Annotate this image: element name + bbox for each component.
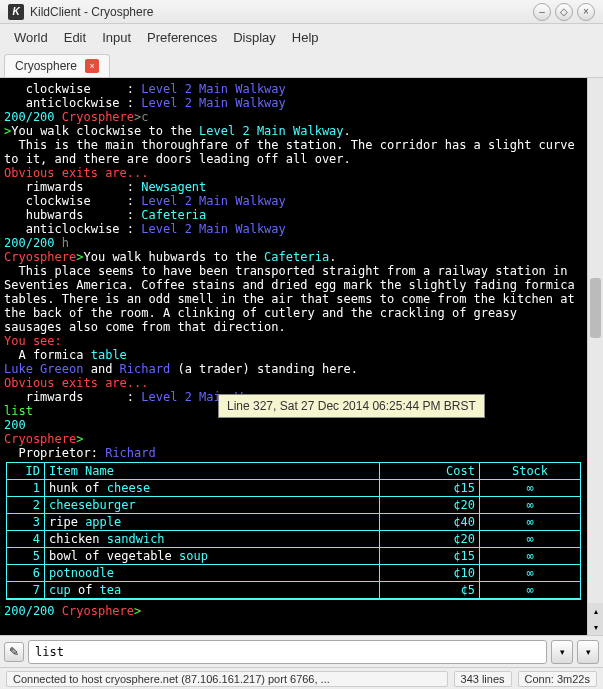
cell-cost: ¢15 bbox=[380, 548, 480, 565]
menu-edit[interactable]: Edit bbox=[56, 27, 94, 48]
terminal-output[interactable]: clockwise : Level 2 Main Walkway anticlo… bbox=[0, 78, 587, 635]
cell-id: 7 bbox=[7, 582, 45, 599]
cell-name: bowl of vegetable soup bbox=[45, 548, 380, 565]
history-dropdown-button[interactable]: ▾ bbox=[551, 640, 573, 664]
cell-id: 6 bbox=[7, 565, 45, 582]
input-bar: ✎ ▾ ▾ bbox=[0, 635, 603, 667]
col-cost: Cost bbox=[380, 463, 480, 480]
menubar: World Edit Input Preferences Display Hel… bbox=[0, 24, 603, 50]
tab-label: Cryosphere bbox=[15, 59, 77, 73]
shop-table: ID Item Name Cost Stock 1hunk of cheese¢… bbox=[6, 462, 581, 600]
statusbar: Connected to host cryosphere.net (87.106… bbox=[0, 667, 603, 689]
cell-id: 3 bbox=[7, 514, 45, 531]
cell-name: chicken sandwich bbox=[45, 531, 380, 548]
send-button[interactable]: ▾ bbox=[577, 640, 599, 664]
status-connection: Connected to host cryosphere.net (87.106… bbox=[6, 671, 448, 687]
app-window: K KildClient - Cryosphere – ◇ × World Ed… bbox=[0, 0, 603, 689]
prompt-line: 200/200 Cryosphere> bbox=[4, 604, 583, 618]
cell-name: cheeseburger bbox=[45, 497, 380, 514]
table-row: 4chicken sandwich¢20∞ bbox=[7, 531, 580, 548]
cell-cost: ¢20 bbox=[380, 497, 480, 514]
command-input[interactable] bbox=[28, 640, 547, 664]
clear-icon[interactable]: ✎ bbox=[4, 642, 24, 662]
scroll-up-icon[interactable]: ▴ bbox=[588, 603, 603, 619]
cell-id: 2 bbox=[7, 497, 45, 514]
status-time: Conn: 3m22s bbox=[518, 671, 597, 687]
maximize-button[interactable]: ◇ bbox=[555, 3, 573, 21]
window-title: KildClient - Cryosphere bbox=[30, 5, 529, 19]
cell-name: potnoodle bbox=[45, 565, 380, 582]
close-button[interactable]: × bbox=[577, 3, 595, 21]
table-header: ID Item Name Cost Stock bbox=[7, 463, 580, 480]
cell-cost: ¢40 bbox=[380, 514, 480, 531]
cell-stock: ∞ bbox=[480, 497, 580, 514]
cell-name: ripe apple bbox=[45, 514, 380, 531]
cell-cost: ¢15 bbox=[380, 480, 480, 497]
table-row: 5bowl of vegetable soup¢15∞ bbox=[7, 548, 580, 565]
terminal-container: clockwise : Level 2 Main Walkway anticlo… bbox=[0, 78, 603, 635]
col-stock: Stock bbox=[480, 463, 580, 480]
app-icon: K bbox=[8, 4, 24, 20]
status-lines: 343 lines bbox=[454, 671, 512, 687]
line-tooltip: Line 327, Sat 27 Dec 2014 06:25:44 PM BR… bbox=[218, 394, 485, 418]
menu-input[interactable]: Input bbox=[94, 27, 139, 48]
col-id: ID bbox=[7, 463, 45, 480]
menu-world[interactable]: World bbox=[6, 27, 56, 48]
tabbar: Cryosphere × bbox=[0, 50, 603, 78]
cell-name: cup of tea bbox=[45, 582, 380, 599]
cell-id: 4 bbox=[7, 531, 45, 548]
cell-id: 5 bbox=[7, 548, 45, 565]
minimize-button[interactable]: – bbox=[533, 3, 551, 21]
cell-cost: ¢5 bbox=[380, 582, 480, 599]
cell-cost: ¢10 bbox=[380, 565, 480, 582]
tab-close-icon[interactable]: × bbox=[85, 59, 99, 73]
scroll-down-icon[interactable]: ▾ bbox=[588, 619, 603, 635]
menu-preferences[interactable]: Preferences bbox=[139, 27, 225, 48]
table-row: 1hunk of cheese¢15∞ bbox=[7, 480, 580, 497]
tab-cryosphere[interactable]: Cryosphere × bbox=[4, 54, 110, 77]
cell-stock: ∞ bbox=[480, 548, 580, 565]
table-row: 6potnoodle¢10∞ bbox=[7, 565, 580, 582]
cell-stock: ∞ bbox=[480, 565, 580, 582]
cell-cost: ¢20 bbox=[380, 531, 480, 548]
scroll-thumb[interactable] bbox=[590, 278, 601, 338]
cell-stock: ∞ bbox=[480, 514, 580, 531]
menu-help[interactable]: Help bbox=[284, 27, 327, 48]
cell-id: 1 bbox=[7, 480, 45, 497]
col-name: Item Name bbox=[45, 463, 380, 480]
cell-stock: ∞ bbox=[480, 531, 580, 548]
titlebar: K KildClient - Cryosphere – ◇ × bbox=[0, 0, 603, 24]
table-row: 3ripe apple¢40∞ bbox=[7, 514, 580, 531]
scrollbar[interactable]: ▴ ▾ bbox=[587, 78, 603, 635]
menu-display[interactable]: Display bbox=[225, 27, 284, 48]
table-row: 2cheeseburger¢20∞ bbox=[7, 497, 580, 514]
cell-stock: ∞ bbox=[480, 480, 580, 497]
table-row: 7cup of tea¢5∞ bbox=[7, 582, 580, 599]
cell-stock: ∞ bbox=[480, 582, 580, 599]
cell-name: hunk of cheese bbox=[45, 480, 380, 497]
